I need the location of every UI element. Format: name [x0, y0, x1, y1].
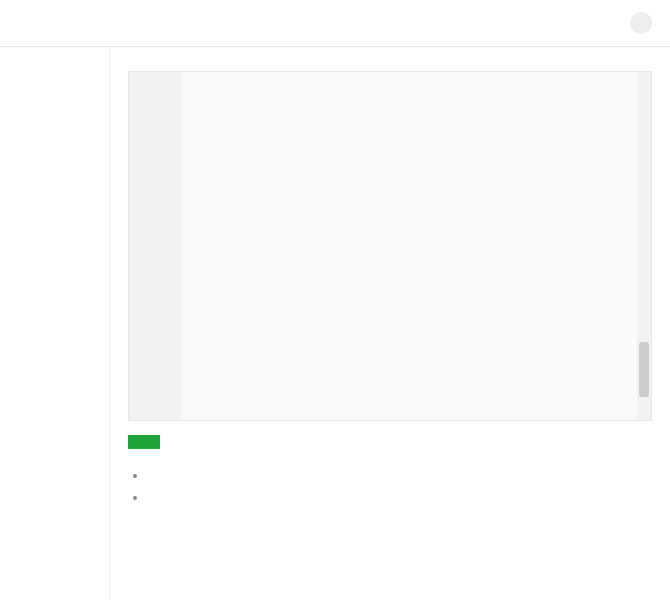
- code-editor[interactable]: [128, 71, 652, 421]
- note-item: [148, 465, 652, 487]
- editor-scrollbar[interactable]: [637, 72, 651, 420]
- dialog-body: [0, 47, 670, 600]
- highlight-box: [129, 420, 133, 421]
- main-panel: [110, 47, 670, 600]
- editor-code[interactable]: [181, 72, 651, 420]
- notes-list: [128, 465, 652, 509]
- scrollbar-thumb[interactable]: [639, 342, 649, 397]
- dialog-header: [0, 0, 670, 47]
- close-button[interactable]: [630, 12, 652, 34]
- sidebar: [0, 47, 110, 600]
- save-button[interactable]: [128, 435, 160, 449]
- editor-gutter: [129, 72, 181, 420]
- note-item: [148, 487, 652, 509]
